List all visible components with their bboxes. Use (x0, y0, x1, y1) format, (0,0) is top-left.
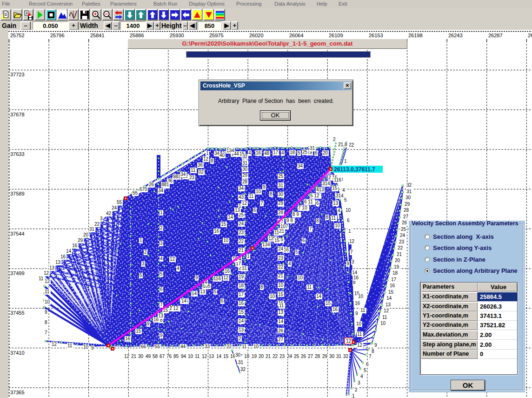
svg-text:15: 15 (223, 354, 229, 359)
svg-text:27: 27 (278, 337, 284, 342)
svg-text:4: 4 (288, 261, 291, 266)
svg-text:66: 66 (141, 344, 146, 349)
svg-text:14: 14 (386, 296, 392, 301)
svg-text:12: 12 (44, 270, 49, 276)
svg-text:18: 18 (239, 283, 244, 288)
svg-text:13: 13 (235, 208, 240, 213)
svg-text:22: 22 (273, 354, 278, 359)
svg-text:16: 16 (60, 254, 66, 259)
svg-text:28: 28 (404, 208, 409, 213)
svg-text:31: 31 (238, 360, 244, 365)
svg-text:9: 9 (195, 275, 198, 280)
svg-text:2: 2 (355, 387, 358, 392)
svg-text:134: 134 (226, 148, 234, 153)
svg-text:12: 12 (349, 239, 355, 244)
svg-text:23: 23 (189, 175, 195, 180)
svg-text:1: 1 (140, 238, 142, 243)
svg-text:670: 670 (140, 187, 147, 192)
svg-text:25: 25 (302, 149, 308, 155)
svg-text:25: 25 (294, 354, 299, 359)
svg-text:15: 15 (274, 238, 280, 243)
svg-text:2: 2 (333, 137, 336, 142)
svg-text:11: 11 (331, 216, 336, 221)
svg-text:6: 6 (160, 287, 163, 292)
svg-text:6: 6 (302, 238, 305, 243)
svg-text:25: 25 (401, 227, 406, 232)
svg-text:24: 24 (287, 354, 293, 359)
svg-text:33: 33 (205, 344, 210, 349)
svg-text:22: 22 (94, 222, 100, 227)
svg-text:31: 31 (242, 161, 248, 166)
svg-text:10: 10 (380, 321, 386, 326)
svg-text:48: 48 (264, 151, 270, 156)
svg-text:8 9: 8 9 (293, 212, 299, 217)
svg-text:9: 9 (346, 261, 349, 266)
svg-text:116: 116 (213, 276, 221, 281)
svg-text:314: 314 (322, 181, 330, 186)
svg-text:16: 16 (225, 269, 230, 274)
svg-text:7: 7 (309, 226, 312, 231)
svg-text:18: 18 (290, 150, 295, 155)
svg-text:3: 3 (100, 216, 103, 221)
svg-text:12: 12 (357, 343, 363, 348)
svg-text:02: 02 (199, 169, 204, 175)
svg-text:11: 11 (39, 276, 44, 281)
svg-text:20: 20 (83, 232, 89, 237)
svg-text:9: 9 (374, 343, 377, 348)
svg-text:14: 14 (216, 354, 222, 359)
svg-text:23: 23 (239, 230, 244, 235)
svg-text:31: 31 (310, 146, 315, 151)
svg-text:14: 14 (228, 215, 233, 220)
svg-text:15: 15 (388, 290, 394, 295)
svg-text:10: 10 (253, 344, 259, 349)
svg-text:76: 76 (166, 354, 172, 359)
svg-text:24: 24 (400, 233, 406, 238)
svg-text:11: 11 (382, 315, 387, 320)
svg-text:20: 20 (323, 150, 328, 155)
svg-text:9: 9 (45, 310, 47, 315)
svg-text:15: 15 (239, 310, 244, 315)
svg-text:23: 23 (278, 256, 284, 261)
svg-text:16: 16 (230, 354, 236, 359)
svg-text:2: 2 (239, 336, 241, 341)
svg-text:28: 28 (278, 210, 284, 215)
svg-text:17: 17 (391, 277, 397, 282)
svg-text:12: 12 (45, 279, 50, 284)
svg-text:5: 5 (364, 368, 366, 373)
svg-text:14: 14 (316, 294, 322, 299)
svg-text:22: 22 (398, 245, 403, 250)
svg-text:4: 4 (360, 374, 363, 379)
svg-text:8: 8 (372, 349, 374, 354)
svg-text:11: 11 (195, 354, 200, 359)
svg-text:24: 24 (239, 221, 244, 226)
svg-text:6: 6 (221, 298, 224, 304)
svg-text:22: 22 (278, 264, 284, 270)
svg-text:26: 26 (278, 328, 284, 333)
svg-text:26: 26 (301, 354, 306, 359)
svg-text:3: 3 (160, 241, 163, 246)
svg-text:34: 34 (214, 151, 220, 156)
svg-text:22: 22 (226, 344, 232, 349)
svg-text:5: 5 (140, 273, 142, 278)
svg-text:32: 32 (406, 182, 412, 188)
svg-text:19: 19 (394, 264, 399, 270)
svg-text:4: 4 (338, 208, 340, 213)
svg-text:17: 17 (239, 292, 244, 297)
svg-text:7: 7 (350, 250, 353, 255)
svg-text:11: 11 (242, 344, 247, 349)
svg-text:34: 34 (239, 186, 244, 191)
svg-text:7: 7 (160, 302, 163, 307)
svg-text:36: 36 (198, 162, 203, 168)
svg-text:29: 29 (322, 354, 328, 359)
svg-text:9: 9 (160, 333, 163, 338)
svg-text:12: 12 (384, 308, 389, 313)
svg-text:8: 8 (45, 320, 47, 325)
svg-text:6: 6 (316, 201, 319, 206)
svg-text:881: 881 (161, 182, 169, 187)
svg-text:30: 30 (235, 352, 241, 358)
svg-text:5: 5 (160, 271, 163, 277)
svg-text:5: 5 (214, 289, 217, 294)
svg-text:10: 10 (188, 354, 193, 359)
svg-text:24: 24 (112, 205, 117, 210)
svg-text:21: 21 (279, 229, 285, 234)
